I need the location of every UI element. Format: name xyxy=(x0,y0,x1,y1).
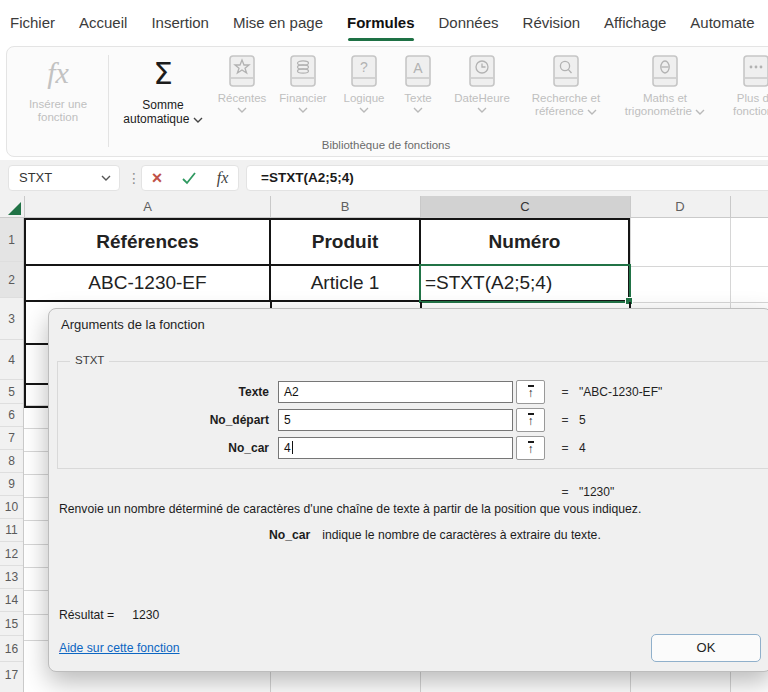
tab-automate[interactable]: Automate xyxy=(690,8,754,42)
logical-book-question-icon: ? xyxy=(351,55,377,87)
arg-label-no-car: No_car xyxy=(49,436,269,460)
arg-input-no-depart[interactable]: 5 xyxy=(278,409,513,431)
row-header-16[interactable]: 16 xyxy=(0,636,23,662)
arg-result-no-car: 4 xyxy=(579,436,586,460)
row-header-2[interactable]: 2 xyxy=(0,262,23,298)
financial-button[interactable]: Financier xyxy=(272,53,334,113)
select-all-triangle-icon[interactable] xyxy=(8,202,21,215)
name-box-value: STXT xyxy=(19,170,52,185)
date-time-book-clock-icon xyxy=(469,55,495,87)
equals-sign: = xyxy=(557,408,573,432)
row-header-14[interactable]: 14 xyxy=(0,589,23,612)
cell-a1[interactable]: Références xyxy=(26,220,271,266)
tab-formules[interactable]: Formules xyxy=(347,8,415,42)
tab-affichage[interactable]: Affichage xyxy=(604,8,666,42)
range-picker-button-texte[interactable]: ↑ xyxy=(516,380,545,404)
arg-result-no-depart: 5 xyxy=(579,408,586,432)
formula-input[interactable]: =STXT(A2;5;4) xyxy=(246,165,768,191)
more-functions-label: Plus de fonctions xyxy=(718,92,768,118)
more-functions-book-dots-icon xyxy=(743,55,768,87)
function-name-label: STXT xyxy=(70,354,109,366)
row-header-13[interactable]: 13 xyxy=(0,566,23,589)
chevron-down-icon[interactable] xyxy=(101,175,111,181)
formula-bar: STXT ⋮ × fx =STXT(A2;5;4) xyxy=(0,160,768,196)
text-functions-button[interactable]: A Texte xyxy=(392,53,444,113)
argument-help-text: indique le nombre de caractères à extrai… xyxy=(322,528,600,542)
svg-text:A: A xyxy=(413,60,423,76)
row-headers: 1 2 3 4 5 6 7 8 9 10 11 12 13 14 15 16 1… xyxy=(0,218,24,692)
insert-function-label: Insérer une fonction xyxy=(11,98,105,124)
sigma-icon: Σ xyxy=(153,53,173,93)
range-picker-button-no-car[interactable]: ↑ xyxy=(516,436,545,460)
autosum-button[interactable]: Σ Somme automatique xyxy=(115,53,211,126)
math-trig-book-theta-icon xyxy=(652,55,678,87)
row-header-3[interactable]: 3 xyxy=(0,298,23,340)
arg-result-texte: "ABC-1230-EF" xyxy=(579,380,662,404)
cell-b2[interactable]: Article 1 xyxy=(271,266,421,300)
arg-input-no-car[interactable]: 4 xyxy=(278,437,513,459)
logical-button[interactable]: ? Logique xyxy=(334,53,394,113)
lookup-book-magnifier-icon xyxy=(553,55,579,87)
row-header-5[interactable]: 5 xyxy=(0,380,23,404)
tab-fichier[interactable]: Fichier xyxy=(10,8,55,42)
more-functions-button[interactable]: Plus de fonctions xyxy=(718,53,768,118)
financial-book-coins-icon xyxy=(290,55,316,87)
tab-accueil[interactable]: Accueil xyxy=(79,8,127,42)
row-header-8[interactable]: 8 xyxy=(0,450,23,473)
date-time-label: DateHeure xyxy=(454,92,510,105)
ribbon: fx Insérer une fonction Σ Somme automati… xyxy=(0,42,768,158)
row-header-7[interactable]: 7 xyxy=(0,427,23,450)
formula-bar-handle-icon: ⋮ xyxy=(127,165,141,191)
arg-input-texte[interactable]: A2 xyxy=(278,381,513,403)
math-trig-button[interactable]: Maths et trigonométrie xyxy=(614,53,716,118)
row-header-17[interactable]: 17 xyxy=(0,662,23,692)
enter-check-icon[interactable] xyxy=(181,171,197,185)
column-headers: A B C D xyxy=(0,196,768,218)
formula-bar-buttons: × fx xyxy=(141,165,239,191)
column-header-c[interactable]: C xyxy=(420,196,630,218)
insert-function-button[interactable]: fx Insérer une fonction xyxy=(11,53,105,124)
row-header-6[interactable]: 6 xyxy=(0,404,23,427)
row-header-15[interactable]: 15 xyxy=(0,612,23,636)
tab-insertion[interactable]: Insertion xyxy=(151,8,209,42)
insert-function-fx-icon[interactable]: fx xyxy=(217,169,229,187)
arg-label-texte: Texte xyxy=(49,380,269,404)
arg-label-no-depart: No_départ xyxy=(49,408,269,432)
column-header-a[interactable]: A xyxy=(25,196,270,218)
equals-sign: = xyxy=(557,436,573,460)
tab-donnees[interactable]: Données xyxy=(439,8,499,42)
function-library-group: fx Insérer une fonction Σ Somme automati… xyxy=(6,46,768,157)
column-header-d[interactable]: D xyxy=(630,196,730,218)
ribbon-tab-bar: Fichier Accueil Insertion Mise en page F… xyxy=(0,0,768,42)
cell-c1[interactable]: Numéro xyxy=(421,220,628,266)
name-box[interactable]: STXT xyxy=(8,165,120,191)
ok-button[interactable]: OK xyxy=(651,634,761,662)
arg-row-texte: Texte A2 ↑ = "ABC-1230-EF" xyxy=(49,380,768,404)
collapse-dialog-icon: ↑ xyxy=(528,385,534,400)
collapse-dialog-icon: ↑ xyxy=(528,441,534,456)
tab-mise-en-page[interactable]: Mise en page xyxy=(233,8,323,42)
math-trig-label: Maths et trigonométrie xyxy=(614,92,716,118)
row-header-12[interactable]: 12 xyxy=(0,542,23,566)
fx-icon: fx xyxy=(47,53,69,93)
lookup-reference-button[interactable]: Recherche et référence xyxy=(520,53,612,118)
help-link[interactable]: Aide sur cette fonction xyxy=(59,641,180,655)
row-header-10[interactable]: 10 xyxy=(0,496,23,519)
column-header-b[interactable]: B xyxy=(270,196,420,218)
cell-b1[interactable]: Produit xyxy=(271,220,421,266)
date-time-button[interactable]: DateHeure xyxy=(444,53,520,113)
range-picker-button-no-depart[interactable]: ↑ xyxy=(516,408,545,432)
row-header-4[interactable]: 4 xyxy=(0,340,23,380)
cancel-icon[interactable]: × xyxy=(152,166,163,190)
row-header-9[interactable]: 9 xyxy=(0,473,23,496)
function-arguments-dialog: Arguments de la fonction STXT Texte A2 ↑… xyxy=(48,308,768,672)
recent-functions-button[interactable]: Récentes xyxy=(212,53,272,113)
tab-revision[interactable]: Révision xyxy=(523,8,581,42)
financial-label: Financier xyxy=(279,92,326,105)
cell-a2[interactable]: ABC-1230-EF xyxy=(26,266,271,300)
row-header-1[interactable]: 1 xyxy=(0,218,23,262)
lookup-reference-label: Recherche et référence xyxy=(520,92,612,118)
row-header-11[interactable]: 11 xyxy=(0,519,23,542)
text-book-a-icon: A xyxy=(405,55,431,87)
collapse-dialog-icon: ↑ xyxy=(528,413,534,428)
